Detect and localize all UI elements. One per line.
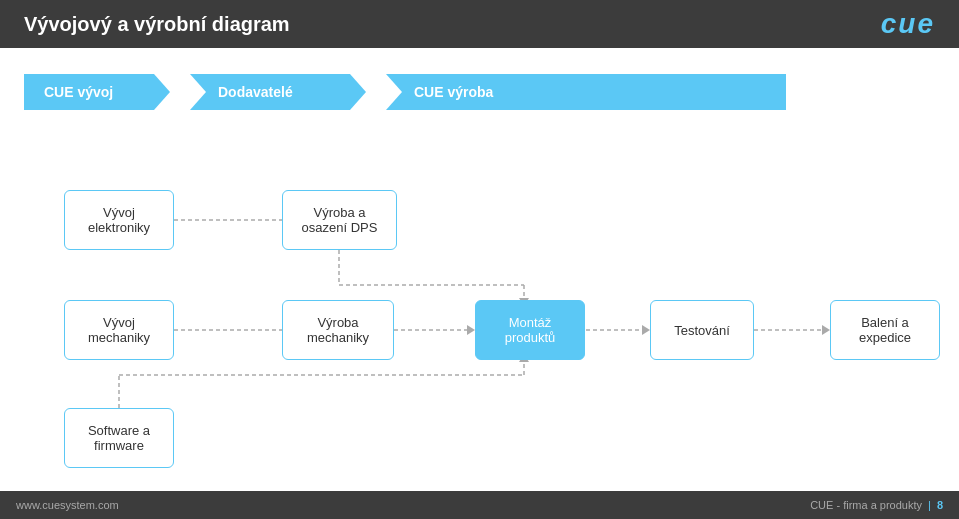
section-labels: CUE vývoj Dodavatelé CUE výroba — [24, 74, 935, 110]
box-vyvoj-mechaniky: Vývojmechaniky — [64, 300, 174, 360]
box-testovani: Testování — [650, 300, 754, 360]
box-software-firmware: Software afirmware — [64, 408, 174, 468]
footer-separator: | — [928, 499, 931, 511]
footer-page: 8 — [937, 499, 943, 511]
box-baleni-expedice: Balení aexpedice — [830, 300, 940, 360]
footer-right: CUE - firma a produkty | 8 — [810, 499, 943, 511]
connectors-svg: Výroba a osazení DPS (dotted) --> Výroba… — [24, 130, 935, 450]
header: Vývojový a výrobní diagram cue — [0, 0, 959, 48]
section-cue-vyvoj: CUE vývoj — [24, 74, 154, 110]
svg-marker-13 — [822, 325, 830, 335]
svg-marker-11 — [642, 325, 650, 335]
footer-company: CUE - firma a produkty — [810, 499, 922, 511]
footer-website: www.cuesystem.com — [16, 499, 119, 511]
box-vyroba-mechaniky: Výrobamechaniky — [282, 300, 394, 360]
main-content: CUE vývoj Dodavatelé CUE výroba Výroba a… — [0, 48, 959, 508]
section-cue-vyroba: CUE výroba — [386, 74, 786, 110]
svg-marker-9 — [467, 325, 475, 335]
page-title: Vývojový a výrobní diagram — [24, 13, 290, 36]
footer: www.cuesystem.com CUE - firma a produkty… — [0, 491, 959, 519]
box-montaz-produktu: Montážproduktů — [475, 300, 585, 360]
cue-logo: cue — [881, 8, 935, 40]
flow-area: Výroba a osazení DPS (dotted) --> Výroba… — [24, 130, 935, 450]
box-vyroba-osazeni-dps: Výroba aosazení DPS — [282, 190, 397, 250]
section-dodavatele: Dodavatelé — [190, 74, 350, 110]
box-vyvoj-elektroniky: Vývojelektroniky — [64, 190, 174, 250]
